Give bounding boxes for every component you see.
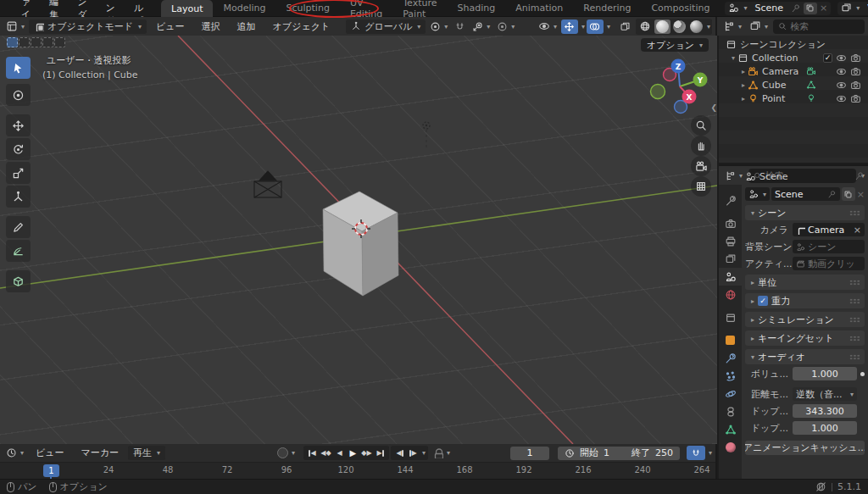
outliner-filter-button[interactable]: ▾ [747,19,771,33]
outliner-search[interactable] [773,19,865,34]
gravity-checkbox[interactable]: ✓ [758,296,768,306]
expand-icon[interactable]: ▸ [739,68,748,75]
show-gizmo-toggle[interactable] [561,19,578,34]
snap-toggle-button[interactable] [452,20,468,33]
eye-icon[interactable] [836,66,847,77]
menu-select[interactable]: 選択 [194,20,228,33]
tool-transform[interactable] [6,186,31,208]
select-invert-button[interactable] [42,37,53,47]
auto-key-button[interactable] [277,447,288,458]
outliner-item-cube[interactable]: ▸ Cube [719,78,868,92]
zoom-button[interactable] [691,115,711,136]
tool-select-box[interactable] [6,57,31,79]
tool-cursor[interactable] [6,84,31,106]
distance-model-dropdown[interactable]: 逆数（音... ▾ [793,387,857,401]
xray-toggle[interactable] [617,19,634,34]
menu-object[interactable]: オブジェクト [265,20,338,33]
current-frame-marker[interactable]: 1 [43,464,59,477]
editor-type-button[interactable]: ▾ [3,19,27,33]
tab-modifiers[interactable] [719,349,742,367]
panel-scene[interactable]: ▾シーン [745,205,865,220]
timeline-ruler[interactable]: 1 24 48 72 96 120 144 168 192 216 240 26… [0,462,715,479]
tab-layout[interactable]: Layout [161,0,213,17]
panel-units[interactable]: ▸単位 [745,275,865,290]
camera-field[interactable]: Camera × [793,223,865,236]
viewport-3d[interactable]: Z Y X ユーザー・透視投影 (1) Collection | Cube オプ… [0,36,717,444]
scene-selector[interactable]: ▾ Scene × [725,2,831,15]
tab-object[interactable] [719,331,742,349]
tab-physics[interactable] [719,385,742,402]
current-frame-field[interactable]: 1 [510,447,549,460]
jump-to-start-button[interactable]: ◀ [306,447,319,459]
tool-scale[interactable] [6,162,31,184]
jump-to-end-button[interactable]: ▶ [374,447,387,459]
pin-icon[interactable] [791,3,801,14]
tab-constraints[interactable] [719,402,742,420]
collection-row[interactable]: ▾ Collection ✓ [719,51,868,64]
tab-world[interactable] [719,286,742,303]
menu-view[interactable]: ビュー [148,20,192,33]
tool-add-cube[interactable] [6,270,31,292]
shading-wireframe-button[interactable] [637,19,654,34]
tab-rendering[interactable]: Rendering [573,1,641,15]
tab-render[interactable] [719,214,742,232]
panel-audio[interactable]: ▾オーディオ [745,349,865,364]
doppler-factor-field[interactable]: 1.000 [793,421,857,435]
snap-keyframes-toggle[interactable] [687,446,705,460]
panel-gravity[interactable]: ▸ ✓ 重力 [745,293,865,308]
background-scene-field[interactable]: シーン [793,240,865,253]
tab-object-data[interactable] [719,420,742,438]
tool-move[interactable] [6,114,31,136]
scene-collection-row[interactable]: シーンコレクション [719,37,868,51]
select-set-button[interactable] [7,37,18,47]
outliner-item-camera[interactable]: ▸ Camera [719,64,868,78]
render-camera-icon[interactable] [850,80,861,91]
eye-icon[interactable] [836,53,847,64]
collapse-icon[interactable]: ▾ [729,54,737,62]
tab-collection[interactable] [719,308,742,326]
playback-menu[interactable]: 再生 ▾ [128,446,165,460]
outliner-item-point[interactable]: ▸ Point [719,92,868,105]
tab-animation[interactable]: Animation [505,1,573,15]
camera-view-button[interactable] [691,156,711,176]
play-reverse-button[interactable]: ◀ [333,447,346,459]
tab-modeling[interactable]: Modeling [213,1,275,15]
render-camera-icon[interactable] [850,93,861,104]
play-button[interactable]: ▶ [347,447,359,459]
show-overlays-toggle[interactable] [587,19,604,34]
tab-sculpting[interactable]: Sculpting [276,1,340,15]
render-camera-icon[interactable] [850,53,861,64]
pan-button[interactable] [691,136,711,156]
pin-icon[interactable] [854,171,865,181]
tab-tool[interactable] [719,191,742,209]
new-scene-button[interactable] [804,3,817,14]
prev-frame-button[interactable]: ◀ [393,447,406,459]
scene-datablock-dropdown[interactable]: ▾ [745,187,770,201]
keying-lock-button[interactable]: ▾ [430,447,453,459]
tab-shading[interactable]: Shading [447,1,505,15]
active-clip-field[interactable]: 動画クリッ [793,257,865,270]
eye-icon[interactable] [836,93,847,104]
shading-solid-button[interactable] [654,19,670,34]
tool-measure[interactable] [6,240,31,262]
doppler-speed-field[interactable]: 343.300 [793,404,857,418]
offline-globe-icon[interactable] [815,481,826,492]
select-subtract-button[interactable] [31,37,42,47]
sidebar-toggle[interactable]: ❮ [710,103,717,112]
shading-material-button[interactable] [671,19,687,34]
tab-compositing[interactable]: Compositing [641,1,720,15]
snap-settings-button[interactable]: ▾ [470,20,492,33]
shading-rendered-button[interactable] [688,19,704,34]
view-layer-selector[interactable]: ▾ ViewLayer × [837,2,868,15]
new-datablock-button[interactable] [842,187,855,201]
eye-icon[interactable] [836,80,847,91]
expand-icon[interactable]: ▸ [739,95,748,103]
animate-dot-icon[interactable] [860,372,865,376]
tab-output[interactable] [719,232,742,250]
panel-keying-sets[interactable]: ▸キーイングセット [745,330,865,346]
proportional-edit-button[interactable]: ▾ [494,20,517,33]
next-keyframe-button[interactable]: ◆▶ [360,447,373,459]
start-value[interactable]: 1 [604,447,609,458]
render-camera-icon[interactable] [850,66,861,77]
options-button[interactable]: オプション ▾ [641,38,709,52]
